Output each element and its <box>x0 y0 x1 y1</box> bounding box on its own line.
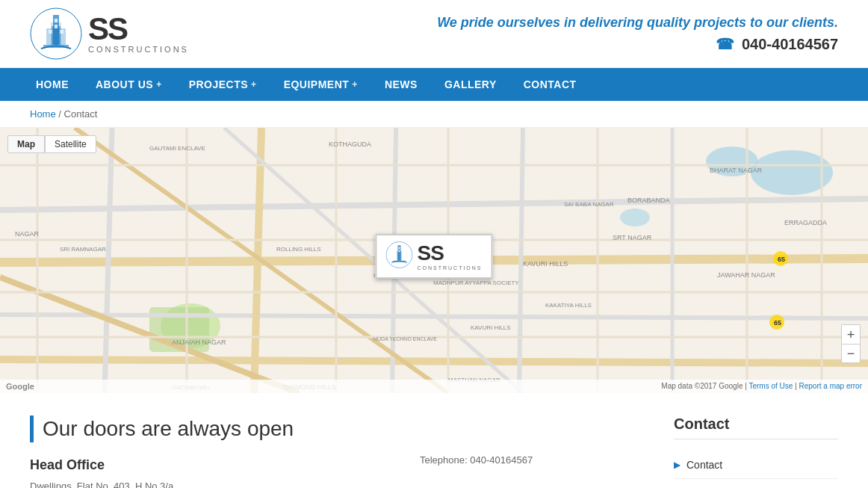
nav-item-news[interactable]: NEWS <box>371 68 431 101</box>
nav-item-contact[interactable]: CONTACT <box>510 68 590 101</box>
breadcrumb-separator: / <box>58 108 63 120</box>
svg-text:NAGAR: NAGAR <box>15 230 40 238</box>
telephone-number: 040-40164567 <box>470 454 533 466</box>
logo-icon <box>30 7 82 60</box>
telephone-section: Telephone: 040-40164567 <box>420 416 644 488</box>
section-title-text: Our doors are always open <box>43 417 294 441</box>
svg-line-19 <box>0 359 868 363</box>
svg-rect-4 <box>52 26 61 45</box>
svg-text:SRI RAMNAGAR: SRI RAMNAGAR <box>60 246 106 253</box>
svg-rect-8 <box>60 30 63 34</box>
map-footer-info: Map data ©2017 Google | Terms of Use | R… <box>661 382 862 391</box>
telephone-label: Telephone: <box>420 454 468 466</box>
navbar: HOME ABOUT US + PROJECTS + EQUIPMENT + N… <box>0 68 868 101</box>
svg-point-13 <box>620 209 650 226</box>
contact-sidebar: Contact ▶ Contact ▶ SS Constructions Tea… <box>674 416 838 488</box>
header-right: We pride ourselves in delivering quality… <box>437 15 838 53</box>
nav-item-projects[interactable]: PROJECTS + <box>176 68 270 101</box>
content-left: Our doors are always open Head Office Dw… <box>30 416 390 488</box>
map-container: NAGAR GAUTAMI ENCLAVE SRI RAMNAGAR ANJAI… <box>0 128 868 393</box>
content-section: Our doors are always open Head Office Dw… <box>0 393 868 488</box>
logo-constructions-text: CONSTRUCTIONS <box>88 45 189 54</box>
svg-rect-7 <box>49 30 52 34</box>
svg-text:MADHPUR AYYAPPA SOCIETY: MADHPUR AYYAPPA SOCIETY <box>433 279 519 286</box>
phone-number[interactable]: 040-40164567 <box>742 36 838 52</box>
address-line: Dwellings, Flat No. 403, H No 3/a <box>30 481 173 488</box>
svg-text:KAVURI HILLS: KAVURI HILLS <box>523 260 568 268</box>
contact-link-label: Contact <box>686 459 722 471</box>
marker-ss: SS <box>417 241 482 265</box>
svg-text:ERRAGADDA: ERRAGADDA <box>784 219 827 226</box>
svg-text:HUDA TECHNO ENCLAVE: HUDA TECHNO ENCLAVE <box>373 336 437 342</box>
map-zoom-controls: + − <box>841 324 861 363</box>
nav-item-home[interactable]: HOME <box>22 68 82 101</box>
svg-text:BHARAT NAGAR: BHARAT NAGAR <box>710 167 763 174</box>
marker-logo-icon <box>385 241 412 268</box>
logo-text: SS CONSTRUCTIONS <box>88 13 189 54</box>
svg-text:65: 65 <box>774 319 781 327</box>
about-us-plus-icon: + <box>156 79 162 90</box>
logo: SS CONSTRUCTIONS <box>30 7 189 60</box>
phone-icon: ☎ <box>716 36 734 52</box>
svg-text:SAI BABA NAGAR: SAI BABA NAGAR <box>564 201 614 208</box>
breadcrumb: Home / Contact <box>0 101 868 128</box>
svg-text:ROLLING HILLS: ROLLING HILLS <box>276 246 321 253</box>
breadcrumb-home-link[interactable]: Home <box>30 108 56 120</box>
report-map-error-link[interactable]: Report a map error <box>799 382 862 390</box>
google-logo: Google <box>6 382 34 391</box>
page-header: SS CONSTRUCTIONS We pride ourselves in d… <box>0 0 868 68</box>
map-view-btn[interactable]: Map <box>7 135 45 153</box>
map-data-text: Map data ©2017 Google <box>661 382 743 390</box>
svg-rect-68 <box>398 250 400 252</box>
nav-item-about-us[interactable]: ABOUT US + <box>82 68 176 101</box>
svg-rect-5 <box>55 19 58 22</box>
svg-text:65: 65 <box>778 256 785 263</box>
map-controls: Map Satellite <box>7 135 96 153</box>
section-title: Our doors are always open <box>30 416 390 442</box>
address-text: Dwellings, Flat No. 403, H No 3/a <box>30 479 390 488</box>
nav-item-gallery[interactable]: GALLERY <box>431 68 510 101</box>
team-link[interactable]: ▶ SS Constructions Team <box>674 479 838 488</box>
svg-text:GAUTAMI ENCLAVE: GAUTAMI ENCLAVE <box>149 145 205 152</box>
svg-rect-66 <box>397 250 401 260</box>
marker-text: SS CONSTRUCTIONS <box>417 241 482 271</box>
svg-text:SRT NAGAR: SRT NAGAR <box>613 234 652 241</box>
zoom-out-btn[interactable]: − <box>841 344 861 363</box>
marker-icon <box>385 241 412 271</box>
satellite-view-btn[interactable]: Satellite <box>45 135 96 153</box>
svg-text:JAWAHAR NAGAR: JAWAHAR NAGAR <box>717 271 775 279</box>
svg-text:KOTHAGUDA: KOTHAGUDA <box>329 140 371 148</box>
svg-text:KAKATIYA HILLS: KAKATIYA HILLS <box>545 302 592 309</box>
svg-text:ANJAIAH NAGAR: ANJAIAH NAGAR <box>172 339 226 346</box>
projects-plus-icon: + <box>251 79 257 90</box>
nav-item-equipment[interactable]: EQUIPMENT + <box>270 68 371 101</box>
map-footer: Google Map data ©2017 Google | Terms of … <box>0 380 868 393</box>
logo-ss-text: SS <box>88 13 189 45</box>
title-accent-bar <box>30 416 34 442</box>
zoom-in-btn[interactable]: + <box>841 324 861 344</box>
svg-text:BORABANDA: BORABANDA <box>627 197 670 204</box>
map-marker: SS CONSTRUCTIONS <box>375 234 492 279</box>
breadcrumb-current: Contact <box>64 108 98 120</box>
telephone-info: Telephone: 040-40164567 <box>420 454 644 466</box>
chevron-right-icon: ▶ <box>674 460 681 470</box>
svg-rect-67 <box>398 247 400 249</box>
contact-link[interactable]: ▶ Contact <box>674 451 838 479</box>
header-tagline: We pride ourselves in delivering quality… <box>437 15 838 31</box>
terms-of-use-link[interactable]: Terms of Use <box>748 382 793 390</box>
equipment-plus-icon: + <box>352 79 358 90</box>
header-phone: ☎ 040-40164567 <box>437 35 838 53</box>
contact-sidebar-title: Contact <box>674 416 838 439</box>
marker-constructions: CONSTRUCTIONS <box>417 265 482 271</box>
head-office-label: Head Office <box>30 457 390 473</box>
svg-rect-6 <box>55 25 58 28</box>
svg-text:KAVURI HILLS: KAVURI HILLS <box>471 324 511 331</box>
